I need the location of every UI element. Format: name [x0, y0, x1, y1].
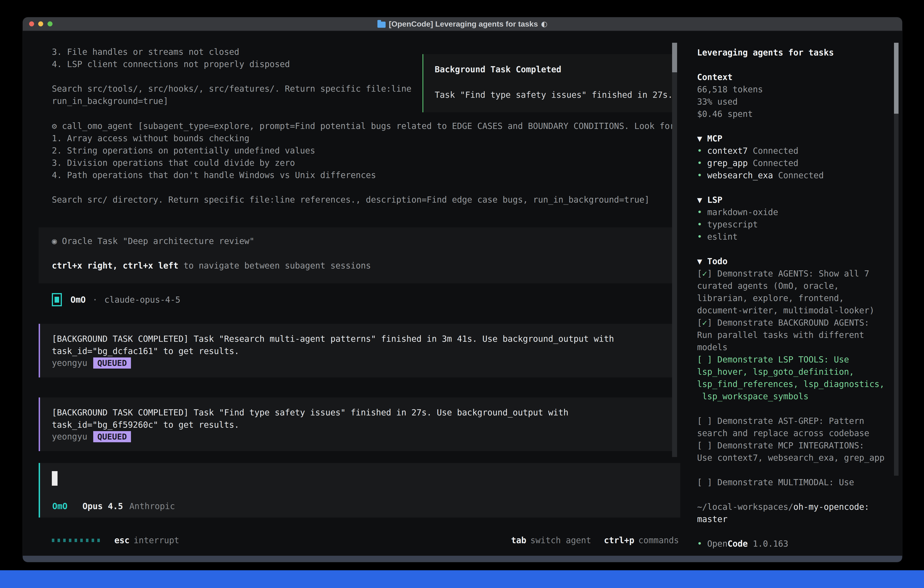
commands-key-hint: ctrl+p [604, 535, 634, 545]
notification-title: Background Task Completed [435, 64, 561, 74]
terminal-line [52, 182, 675, 194]
terminal-line: search and replace across codebase [697, 427, 894, 439]
commands-action-label: commands [639, 535, 679, 545]
maximize-button[interactable] [48, 21, 53, 26]
sidebar-scrollbar[interactable] [894, 114, 899, 476]
terminal-line: run_in_background=true] [52, 95, 411, 107]
sidebar-scrollbar-thumb[interactable] [894, 43, 899, 114]
spinner-dot [86, 538, 88, 542]
task-message-lines: [BACKGROUND TASK COMPLETED] Task "Resear… [52, 333, 614, 357]
agent-model: claude-opus-4-5 [104, 295, 180, 305]
terminal-line: Run parallel tasks with different [697, 329, 894, 341]
terminal-line: document-writer, multimodal-looker) [697, 304, 894, 317]
terminal-line [697, 59, 894, 71]
terminal-line: Search src/ directory. Return specific f… [52, 194, 675, 206]
terminal-line [52, 248, 371, 260]
terminal-line [697, 243, 894, 255]
terminal-line: • eslint [697, 231, 894, 243]
tab-key-hint: tab [511, 535, 526, 545]
terminal-line: models [697, 341, 894, 353]
task-user: yeongyu [52, 432, 87, 441]
background-task-notification: Background Task Completed Task "Find typ… [422, 54, 676, 112]
terminal-line: ctrl+x right, ctrl+x left to navigate be… [52, 260, 371, 272]
task-user: yeongyu [52, 358, 87, 368]
terminal-line: [✓] Demonstrate AGENTS: Show all 7 [697, 268, 894, 280]
spinner-dot [69, 538, 71, 542]
terminal-line: 66,518 tokens [697, 83, 894, 96]
terminal-line: lsp_hover, lsp_goto_definition, [697, 366, 894, 378]
terminal-line: ~/local-workspaces/oh-my-opencode: [697, 501, 894, 513]
terminal-line [697, 489, 894, 501]
tab-action-label: switch agent [530, 535, 591, 545]
busy-indicator-icon: ◐ [541, 20, 548, 28]
close-button[interactable] [29, 21, 34, 26]
model-status-row: OmO Opus 4.5 Anthropic [52, 501, 175, 511]
minimize-button[interactable] [38, 21, 43, 26]
spinner-dot [74, 538, 77, 542]
terminal-line: lsp_workspace_symbols [697, 390, 894, 403]
agent-name: OmO [71, 295, 86, 305]
queued-badge: QUEUED [93, 431, 131, 442]
opencode-terminal-window: [OpenCode] Leveraging agents for tasks ◐… [23, 17, 902, 562]
spinner-dot [63, 538, 66, 542]
folder-icon [378, 21, 386, 28]
agent-session-header[interactable]: OmO · claude-opus-4-5 [52, 292, 180, 307]
terminal-line: Search src/tools/, src/hooks/, src/featu… [52, 83, 411, 95]
main-scrollbar-thumb[interactable] [672, 43, 677, 72]
agent-icon [52, 293, 62, 306]
window-title: [OpenCode] Leveraging agents for tasks [389, 20, 538, 28]
terminal-output-top: 3. File handles or streams not closed4. … [52, 46, 411, 107]
terminal-line: Context [697, 71, 894, 83]
window-bottom-edge [23, 556, 902, 562]
terminal-line [697, 464, 894, 476]
session-sidebar: Leveraging agents for tasks Context66,51… [697, 46, 894, 550]
terminal-line: lsp_find_references, lsp_diagnostics, [697, 378, 894, 390]
activity-spinner-dots [52, 538, 100, 542]
terminal-line: • OpenCode 1.0.163 [697, 538, 894, 550]
window-titlebar[interactable]: [OpenCode] Leveraging agents for tasks ◐ [23, 17, 902, 31]
spinner-dot [52, 538, 54, 542]
terminal-line: ▼ MCP [697, 132, 894, 145]
terminal-line: 2. String operations on potentially unde… [52, 145, 675, 157]
active-model-label: Opus 4.5 [82, 501, 123, 511]
screenshot-root: [OpenCode] Leveraging agents for tasks ◐… [0, 0, 924, 588]
terminal-line: Leveraging agents for tasks [697, 46, 894, 59]
terminal-line: 33% used [697, 96, 894, 108]
active-agent-label: OmO [52, 501, 68, 511]
terminal-line [697, 120, 894, 132]
terminal-line: task_id="bg_6f59260c" to get results. [52, 419, 568, 431]
background-task-message: [BACKGROUND TASK COMPLETED] Task "Resear… [39, 324, 676, 377]
terminal-line: [ ] Demonstrate AST-GREP: Pattern [697, 415, 894, 427]
terminal-line: librarian, explore, frontend, [697, 292, 894, 304]
prompt-input[interactable]: OmO Opus 4.5 Anthropic [39, 463, 680, 517]
provider-label: Anthropic [129, 501, 175, 511]
main-scrollbar[interactable] [672, 43, 677, 457]
terminal-line: master [697, 513, 894, 525]
terminal-line: 3. File handles or streams not closed [52, 46, 411, 58]
terminal-line: ◉ Oracle Task "Deep architecture review" [52, 235, 371, 248]
terminal-line: • websearch_exa Connected [697, 169, 894, 182]
terminal-line: 4. LSP client connections not properly d… [52, 58, 411, 71]
queued-badge: QUEUED [93, 357, 131, 368]
terminal-line: Use context7, websearch_exa, grep_app [697, 452, 894, 464]
terminal-line: [BACKGROUND TASK COMPLETED] Task "Find t… [52, 406, 568, 419]
text-cursor [52, 471, 58, 486]
spinner-dot [80, 538, 83, 542]
tool-call-output: ⚙ call_omo_agent [subagent_type=explore,… [52, 120, 675, 206]
terminal-line: [✓] Demonstrate BACKGROUND AGENTS: [697, 317, 894, 329]
notification-body: Task "Find type safety issues" finished … [435, 90, 673, 100]
terminal-line: task_id="bg_dcfac161" to get results. [52, 345, 614, 357]
esc-key-hint: esc [114, 535, 130, 545]
terminal-line: 4. Path operations that don't handle Win… [52, 169, 675, 182]
spinner-dot [97, 538, 100, 542]
terminal-line: ▼ LSP [697, 194, 894, 206]
terminal-line: 1. Array access without bounds checking [52, 132, 675, 145]
terminal-line: ⚙ call_omo_agent [subagent_type=explore,… [52, 120, 675, 132]
background-task-message: [BACKGROUND TASK COMPLETED] Task "Find t… [39, 398, 676, 451]
esc-action-label: interrupt [134, 535, 179, 545]
spinner-dot [92, 538, 94, 542]
terminal-line: 3. Division operations that could divide… [52, 157, 675, 169]
oracle-task-lines: ◉ Oracle Task "Deep architecture review"… [52, 235, 371, 272]
terminal-line: [BACKGROUND TASK COMPLETED] Task "Resear… [52, 333, 614, 345]
terminal-line: • markdown-oxide [697, 206, 894, 218]
